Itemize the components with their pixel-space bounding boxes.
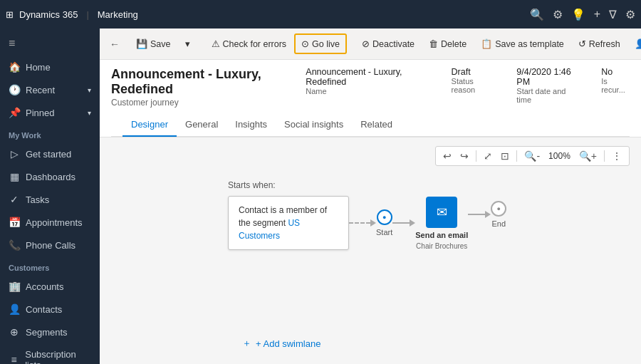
sidebar-item-segments[interactable]: ⊕ Segments (0, 321, 100, 343)
sidebar-item-subscription-lists[interactable]: ≡ Subscription lists (0, 343, 100, 364)
record-meta: Announcement - Luxury, Redefined Name Dr… (306, 67, 630, 104)
end-node: ● End (491, 201, 506, 228)
pin-icon: 📌 (9, 107, 20, 118)
email-node-subtitle: Chair Brochures (416, 242, 467, 250)
sidebar-item-recent[interactable]: 🕐 Recent ▾ (0, 78, 100, 101)
email-node-box: ✉ (426, 197, 457, 228)
assign-icon: 👤 (635, 38, 641, 49)
section-customers: Customers (0, 256, 100, 275)
add-swimlane-button[interactable]: ＋ + Add swimlane (242, 337, 320, 350)
sidebar-item-label: Home (26, 62, 51, 73)
refresh-button[interactable]: ↺ Refresh (572, 34, 627, 53)
arrow-right-icon3 (485, 211, 491, 218)
delete-icon: 🗑 (429, 38, 438, 49)
assign-button[interactable]: 👤 Assign (628, 34, 641, 53)
tab-insights[interactable]: Insights (226, 113, 276, 137)
zoom-in-button[interactable]: 🔍+ (576, 149, 600, 163)
back-button[interactable]: ← (105, 36, 124, 53)
module-name: Marketing (98, 9, 138, 20)
sidebar-item-label: Tasks (26, 194, 49, 205)
start-node: ● Start (376, 209, 392, 236)
plus-icon[interactable]: + (594, 8, 600, 21)
svg-marker-2 (485, 211, 491, 218)
end-label: End (491, 219, 506, 228)
topnav-right: 🔍 ⚙ 💡 + ∇ ⚙ (530, 8, 635, 21)
main-content: ← 💾 Save ▾ ⚠ Check for errors ⊙ Go live … (100, 28, 641, 364)
more-canvas-button[interactable]: ⋮ (609, 149, 625, 163)
deactivate-button[interactable]: ⊘ Deactivate (355, 34, 421, 53)
zoom-out-button[interactable]: 🔍- (521, 149, 543, 163)
dashboard-icon: ▦ (9, 171, 20, 182)
sidebar-item-tasks[interactable]: ✓ Tasks (0, 188, 100, 211)
email-node[interactable]: ✉ Send an email Chair Brochures (415, 197, 468, 250)
sidebar-item-label: Dashboards (26, 172, 75, 182)
meta-status: Draft Status reason (452, 67, 494, 94)
sidebar-item-label: Get started (26, 149, 71, 160)
delete-button[interactable]: 🗑 Delete (422, 34, 473, 53)
segments-icon: ⊕ (9, 326, 20, 338)
save-button[interactable]: 💾 Save (130, 34, 177, 53)
add-icon: ＋ (242, 337, 251, 350)
sidebar: ≡ 🏠 Home 🕐 Recent ▾ 📌 Pinned ▾ My Work ▷… (0, 28, 100, 364)
tab-social-insights[interactable]: Social insights (276, 113, 352, 137)
sidebar-item-pinned[interactable]: 📌 Pinned ▾ (0, 101, 100, 124)
save-icon: 💾 (136, 38, 147, 49)
save-dropdown-button[interactable]: ▾ (179, 34, 197, 53)
condition-box: Contact is a member of the segment US Cu… (228, 196, 349, 250)
search-icon[interactable]: 🔍 (530, 8, 544, 21)
tasks-icon: ✓ (9, 194, 20, 205)
filter-icon[interactable]: ∇ (609, 8, 617, 21)
sidebar-item-dashboards[interactable]: ▦ Dashboards (0, 165, 100, 188)
grid-icon[interactable]: ⊞ (6, 9, 14, 20)
sidebar-item-label: Recent (26, 85, 55, 95)
sidebar-item-get-started[interactable]: ▷ Get started (0, 142, 100, 165)
top-navigation: ⊞ Dynamics 365 | Marketing 🔍 ⚙ 💡 + ∇ ⚙ (0, 0, 641, 28)
record-title: Announcement - Luxury, Redefined (111, 67, 306, 97)
undo-button[interactable]: ↩ (440, 149, 454, 163)
sidebar-item-appointments[interactable]: 📅 Appointments (0, 211, 100, 234)
appointments-icon: 📅 (9, 217, 20, 228)
deactivate-icon: ⊘ (362, 38, 370, 49)
end-circle: ● (491, 201, 506, 217)
tab-general[interactable]: General (177, 113, 226, 137)
fit-button[interactable]: ⤢ (481, 149, 495, 163)
section-my-work: My Work (0, 124, 100, 142)
email-node-title: Send an email (415, 231, 468, 239)
check-errors-button[interactable]: ⚠ Check for errors (205, 34, 293, 53)
app-logo: Dynamics 365 | Marketing (19, 9, 138, 20)
recent-icon: 🕐 (9, 84, 20, 95)
sidebar-item-label: Appointments (26, 217, 83, 228)
sidebar-item-label: Subscription lists (25, 349, 91, 364)
email-to-end-connector (468, 211, 491, 218)
redo-button[interactable]: ↪ (457, 149, 471, 163)
tab-designer[interactable]: Designer (123, 113, 177, 137)
sidebar-item-contacts[interactable]: 👤 Contacts (0, 298, 100, 321)
info-icon[interactable]: 💡 (571, 8, 585, 21)
sidebar-item-label: Pinned (26, 108, 54, 118)
start-label: Start (376, 228, 392, 236)
zoom-level: 100% (546, 151, 573, 161)
chevron-down-icon: ▾ (88, 109, 91, 117)
go-live-button[interactable]: ⊙ Go live (294, 33, 347, 54)
tab-related[interactable]: Related (352, 113, 401, 137)
settings-icon[interactable]: ⚙ (553, 8, 563, 21)
list-icon: ≡ (9, 354, 19, 364)
accounts-icon: 🏢 (9, 281, 20, 292)
arrow-right-icon (370, 219, 376, 227)
phone-icon: 📞 (9, 239, 20, 251)
svg-marker-0 (370, 219, 376, 227)
play-icon: ▷ (9, 148, 20, 160)
canvas-toolbar: ↩ ↪ ⤢ ⊡ 🔍- 100% 🔍+ ⋮ (435, 146, 630, 166)
home-icon: 🏠 (9, 61, 20, 73)
sidebar-item-phone-calls[interactable]: 📞 Phone Calls (0, 234, 100, 256)
template-icon: 📋 (481, 38, 492, 49)
sidebar-item-label: Contacts (26, 304, 62, 315)
save-template-button[interactable]: 📋 Save as template (474, 34, 570, 53)
sidebar-item-accounts[interactable]: 🏢 Accounts (0, 275, 100, 298)
gear-icon[interactable]: ⚙ (625, 8, 635, 21)
sidebar-item-home[interactable]: 🏠 Home (0, 56, 100, 78)
meta-start-date: 9/4/2020 1:46 PM Start date and time (516, 67, 578, 104)
layout-button[interactable]: ⊡ (498, 149, 512, 163)
meta-recur: No Is recur... (601, 67, 630, 94)
hamburger-button[interactable]: ≡ (0, 31, 100, 56)
